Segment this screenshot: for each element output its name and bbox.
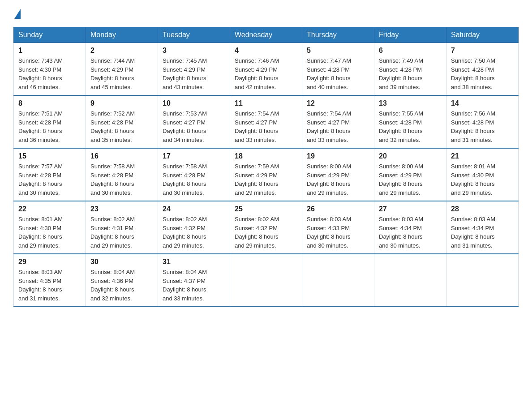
calendar-cell: 29 Sunrise: 8:03 AM Sunset: 4:35 PM Dayl…	[14, 254, 86, 307]
week-row-4: 22 Sunrise: 8:01 AM Sunset: 4:30 PM Dayl…	[14, 201, 519, 254]
calendar-cell: 20 Sunrise: 8:00 AM Sunset: 4:29 PM Dayl…	[374, 148, 446, 201]
day-info: Sunrise: 7:56 AM Sunset: 4:28 PM Dayligh…	[451, 109, 514, 144]
day-info: Sunrise: 7:50 AM Sunset: 4:28 PM Dayligh…	[451, 56, 514, 91]
calendar-cell: 27 Sunrise: 8:03 AM Sunset: 4:34 PM Dayl…	[374, 201, 446, 254]
calendar-cell	[302, 254, 374, 307]
header-sunday: Sunday	[14, 27, 86, 43]
header-saturday: Saturday	[446, 27, 519, 43]
header-wednesday: Wednesday	[230, 27, 302, 43]
day-number: 13	[379, 99, 442, 107]
day-number: 1	[18, 47, 81, 55]
day-info: Sunrise: 7:51 AM Sunset: 4:28 PM Dayligh…	[18, 109, 81, 144]
calendar-cell: 23 Sunrise: 8:02 AM Sunset: 4:31 PM Dayl…	[86, 201, 158, 254]
calendar-cell: 2 Sunrise: 7:44 AM Sunset: 4:29 PM Dayli…	[86, 43, 158, 96]
week-row-2: 8 Sunrise: 7:51 AM Sunset: 4:28 PM Dayli…	[14, 95, 519, 148]
day-number: 27	[379, 205, 442, 213]
calendar-cell: 21 Sunrise: 8:01 AM Sunset: 4:30 PM Dayl…	[446, 148, 519, 201]
calendar-cell: 30 Sunrise: 8:04 AM Sunset: 4:36 PM Dayl…	[86, 254, 158, 307]
day-info: Sunrise: 7:47 AM Sunset: 4:28 PM Dayligh…	[307, 56, 369, 91]
calendar-cell	[446, 254, 519, 307]
day-info: Sunrise: 7:58 AM Sunset: 4:28 PM Dayligh…	[163, 162, 225, 197]
week-row-5: 29 Sunrise: 8:03 AM Sunset: 4:35 PM Dayl…	[14, 254, 519, 307]
calendar-cell: 3 Sunrise: 7:45 AM Sunset: 4:29 PM Dayli…	[158, 43, 230, 96]
logo-triangle-icon	[14, 9, 21, 19]
calendar-table: SundayMondayTuesdayWednesdayThursdayFrid…	[13, 27, 519, 307]
calendar-cell: 24 Sunrise: 8:02 AM Sunset: 4:32 PM Dayl…	[158, 201, 230, 254]
day-number: 24	[163, 205, 225, 213]
day-info: Sunrise: 8:00 AM Sunset: 4:29 PM Dayligh…	[307, 162, 369, 197]
day-number: 11	[235, 99, 297, 107]
calendar-cell: 14 Sunrise: 7:56 AM Sunset: 4:28 PM Dayl…	[446, 95, 519, 148]
day-number: 31	[163, 258, 225, 266]
day-number: 6	[379, 47, 442, 55]
calendar-cell: 15 Sunrise: 7:57 AM Sunset: 4:28 PM Dayl…	[14, 148, 86, 201]
day-info: Sunrise: 7:54 AM Sunset: 4:27 PM Dayligh…	[307, 109, 369, 144]
day-info: Sunrise: 8:03 AM Sunset: 4:33 PM Dayligh…	[307, 215, 369, 250]
day-number: 17	[163, 152, 225, 160]
day-number: 9	[90, 99, 153, 107]
page-header	[13, 9, 519, 18]
calendar-cell: 26 Sunrise: 8:03 AM Sunset: 4:33 PM Dayl…	[302, 201, 374, 254]
day-number: 19	[307, 152, 369, 160]
calendar-cell: 1 Sunrise: 7:43 AM Sunset: 4:30 PM Dayli…	[14, 43, 86, 96]
day-number: 25	[235, 205, 297, 213]
calendar-cell: 7 Sunrise: 7:50 AM Sunset: 4:28 PM Dayli…	[446, 43, 519, 96]
calendar-cell: 18 Sunrise: 7:59 AM Sunset: 4:29 PM Dayl…	[230, 148, 302, 201]
day-info: Sunrise: 8:03 AM Sunset: 4:34 PM Dayligh…	[451, 215, 514, 250]
day-number: 4	[235, 47, 297, 55]
day-number: 22	[18, 205, 81, 213]
day-info: Sunrise: 8:02 AM Sunset: 4:31 PM Dayligh…	[90, 215, 153, 250]
day-number: 23	[90, 205, 153, 213]
day-info: Sunrise: 7:57 AM Sunset: 4:28 PM Dayligh…	[18, 162, 81, 197]
day-info: Sunrise: 7:53 AM Sunset: 4:27 PM Dayligh…	[163, 109, 225, 144]
day-number: 21	[451, 152, 514, 160]
calendar-cell: 22 Sunrise: 8:01 AM Sunset: 4:30 PM Dayl…	[14, 201, 86, 254]
day-info: Sunrise: 7:59 AM Sunset: 4:29 PM Dayligh…	[235, 162, 297, 197]
calendar-header: SundayMondayTuesdayWednesdayThursdayFrid…	[14, 27, 519, 43]
day-info: Sunrise: 8:04 AM Sunset: 4:36 PM Dayligh…	[90, 268, 153, 303]
day-info: Sunrise: 7:55 AM Sunset: 4:28 PM Dayligh…	[379, 109, 442, 144]
week-row-1: 1 Sunrise: 7:43 AM Sunset: 4:30 PM Dayli…	[14, 43, 519, 96]
day-number: 29	[18, 258, 81, 266]
day-info: Sunrise: 8:02 AM Sunset: 4:32 PM Dayligh…	[235, 215, 297, 250]
calendar-cell: 25 Sunrise: 8:02 AM Sunset: 4:32 PM Dayl…	[230, 201, 302, 254]
header-tuesday: Tuesday	[158, 27, 230, 43]
day-number: 3	[163, 47, 225, 55]
day-info: Sunrise: 8:02 AM Sunset: 4:32 PM Dayligh…	[163, 215, 225, 250]
day-number: 26	[307, 205, 369, 213]
day-info: Sunrise: 7:58 AM Sunset: 4:28 PM Dayligh…	[90, 162, 153, 197]
header-thursday: Thursday	[302, 27, 374, 43]
day-number: 7	[451, 47, 514, 55]
calendar-cell: 28 Sunrise: 8:03 AM Sunset: 4:34 PM Dayl…	[446, 201, 519, 254]
calendar-cell: 9 Sunrise: 7:52 AM Sunset: 4:28 PM Dayli…	[86, 95, 158, 148]
day-info: Sunrise: 7:49 AM Sunset: 4:28 PM Dayligh…	[379, 56, 442, 91]
day-number: 30	[90, 258, 153, 266]
calendar-cell: 17 Sunrise: 7:58 AM Sunset: 4:28 PM Dayl…	[158, 148, 230, 201]
calendar-cell: 4 Sunrise: 7:46 AM Sunset: 4:29 PM Dayli…	[230, 43, 302, 96]
day-info: Sunrise: 8:04 AM Sunset: 4:37 PM Dayligh…	[163, 268, 225, 303]
day-info: Sunrise: 7:45 AM Sunset: 4:29 PM Dayligh…	[163, 56, 225, 91]
week-row-3: 15 Sunrise: 7:57 AM Sunset: 4:28 PM Dayl…	[14, 148, 519, 201]
calendar-cell: 6 Sunrise: 7:49 AM Sunset: 4:28 PM Dayli…	[374, 43, 446, 96]
calendar-cell: 16 Sunrise: 7:58 AM Sunset: 4:28 PM Dayl…	[86, 148, 158, 201]
logo	[13, 9, 21, 18]
calendar-cell: 11 Sunrise: 7:54 AM Sunset: 4:27 PM Dayl…	[230, 95, 302, 148]
day-info: Sunrise: 7:54 AM Sunset: 4:27 PM Dayligh…	[235, 109, 297, 144]
day-number: 8	[18, 99, 81, 107]
day-number: 28	[451, 205, 514, 213]
calendar-cell: 19 Sunrise: 8:00 AM Sunset: 4:29 PM Dayl…	[302, 148, 374, 201]
day-info: Sunrise: 7:52 AM Sunset: 4:28 PM Dayligh…	[90, 109, 153, 144]
day-info: Sunrise: 7:46 AM Sunset: 4:29 PM Dayligh…	[235, 56, 297, 91]
day-info: Sunrise: 8:00 AM Sunset: 4:29 PM Dayligh…	[379, 162, 442, 197]
calendar-cell: 12 Sunrise: 7:54 AM Sunset: 4:27 PM Dayl…	[302, 95, 374, 148]
day-number: 15	[18, 152, 81, 160]
day-info: Sunrise: 7:43 AM Sunset: 4:30 PM Dayligh…	[18, 56, 81, 91]
calendar-cell: 8 Sunrise: 7:51 AM Sunset: 4:28 PM Dayli…	[14, 95, 86, 148]
calendar-cell	[374, 254, 446, 307]
day-info: Sunrise: 8:01 AM Sunset: 4:30 PM Dayligh…	[18, 215, 81, 250]
calendar-cell	[230, 254, 302, 307]
day-info: Sunrise: 8:03 AM Sunset: 4:35 PM Dayligh…	[18, 268, 81, 303]
day-number: 16	[90, 152, 153, 160]
header-monday: Monday	[86, 27, 158, 43]
day-number: 14	[451, 99, 514, 107]
